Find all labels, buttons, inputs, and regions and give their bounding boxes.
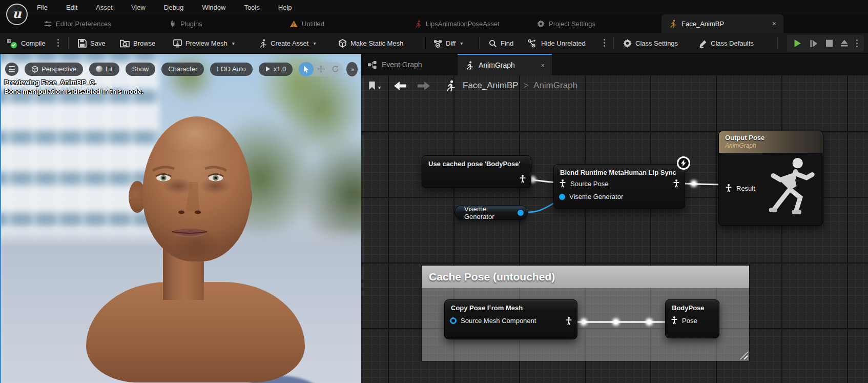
back-arrow-icon[interactable] [394, 82, 406, 90]
browse-button[interactable]: Browse [120, 33, 155, 54]
menu-help[interactable]: Help [278, 4, 292, 11]
diff-button[interactable]: Diff ▾ [433, 33, 463, 54]
menu-debug[interactable]: Debug [164, 4, 183, 11]
make-static-mesh-icon [338, 39, 347, 48]
frame-skip-button[interactable] [810, 39, 818, 48]
node-copy-pose-from-mesh[interactable]: Copy Pose From Mesh Source Mesh Componen… [444, 299, 577, 339]
play-button[interactable] [793, 38, 802, 48]
blueprint-toolbar: Compile Save Browse Preview Mesh ▾ Creat… [0, 33, 868, 54]
node-viseme-generator[interactable]: Viseme Generator [454, 205, 528, 220]
node-blend-runtime-metahuman-lip-sync[interactable]: Blend Runtime MetaHuman Lip Sync Source … [553, 164, 685, 209]
viewport-menu-button[interactable] [5, 63, 18, 76]
source-mesh-component-input-pin[interactable] [450, 317, 457, 324]
lod-button[interactable]: LOD Auto [210, 63, 252, 76]
asset-tab-strip: Editor Preferences Plugins Untitled Lips… [0, 14, 868, 33]
tab-event-graph[interactable]: Event Graph [365, 54, 425, 75]
menu-window[interactable]: Window [202, 4, 225, 11]
create-asset-button[interactable]: Create Asset ▾ [258, 33, 316, 54]
make-static-mesh-button[interactable]: Make Static Mesh [338, 33, 403, 54]
pose-input-pin[interactable] [671, 316, 678, 325]
rotate-tool-button[interactable] [328, 62, 343, 76]
tab-lips-animation-pose-asset[interactable]: LipsAnimationPoseAsset [414, 14, 500, 33]
tab-label: Editor Preferences [56, 20, 111, 28]
character-button[interactable]: Character [161, 63, 204, 76]
play-options-dots[interactable] [856, 39, 858, 47]
hide-unrelated-options-dots[interactable] [604, 39, 605, 47]
bookmark-icon[interactable] [368, 82, 376, 90]
find-button[interactable]: Find [489, 33, 513, 54]
forward-arrow-icon[interactable] [418, 82, 430, 90]
save-label: Save [90, 39, 106, 47]
menu-asset[interactable]: Asset [96, 4, 113, 11]
move-tool-button[interactable] [314, 62, 328, 76]
pose-output-pin[interactable] [673, 179, 680, 188]
node-use-cached-pose[interactable]: Use cached pose 'BodyPose' [422, 155, 531, 188]
tab-plugins[interactable]: Plugins [169, 14, 202, 33]
stop-button[interactable] [826, 39, 833, 47]
graph-navigation-bar: ▾ Face_AnimBP > AnimGraph [361, 77, 577, 94]
node-subtitle: AnimGraph [725, 142, 817, 149]
pose-input-pin[interactable] [559, 179, 566, 188]
class-settings-button[interactable]: Class Settings [623, 33, 678, 54]
runner-icon [444, 80, 456, 91]
viseme-generator-output-pin[interactable] [518, 210, 524, 216]
lit-button[interactable]: Lit [89, 63, 119, 76]
toolbar-separator [425, 37, 426, 50]
eject-button[interactable] [840, 39, 849, 47]
class-defaults-button[interactable]: Class Defaults [699, 33, 754, 54]
node-output-pose[interactable]: Output Pose AnimGraph Result [718, 131, 823, 226]
node-title: Output Pose [725, 134, 817, 142]
perspective-button[interactable]: Perspective [25, 63, 83, 76]
pin-label-pose: Pose [682, 317, 697, 325]
save-button[interactable]: Save [78, 33, 106, 54]
preview-mesh-button[interactable]: Preview Mesh ▾ [173, 33, 235, 54]
menu-file[interactable]: File [37, 4, 48, 11]
breadcrumb-current: AnimGraph [533, 80, 577, 91]
tab-animgraph[interactable]: AnimGraph × [458, 54, 552, 75]
menu-bar: File Edit Asset View Debug Window Tools … [0, 0, 868, 14]
viseme-generator-input-pin[interactable] [559, 194, 565, 200]
tab-untitled[interactable]: Untitled [290, 14, 324, 33]
menu-view[interactable]: View [131, 4, 146, 11]
chevron-down-icon[interactable]: ▾ [378, 85, 381, 90]
hide-unrelated-button[interactable]: Hide Unrelated [528, 33, 586, 54]
lit-label: Lit [106, 65, 113, 73]
toolbar-separator [613, 37, 613, 50]
breadcrumb-root[interactable]: Face_AnimBP [463, 80, 519, 91]
unreal-logo-icon[interactable]: u [6, 4, 28, 25]
pose-output-pin[interactable] [519, 175, 526, 183]
show-button[interactable]: Show [126, 63, 156, 76]
browse-label: Browse [133, 39, 155, 47]
select-tool-button[interactable] [299, 62, 314, 76]
comment-title[interactable]: Cache Pose (untouched) [422, 266, 749, 288]
tab-project-settings[interactable]: Project Settings [537, 14, 595, 33]
compile-button[interactable]: Compile [7, 33, 46, 54]
class-settings-label: Class Settings [635, 39, 678, 47]
lit-sphere-icon [96, 66, 102, 72]
save-icon [78, 39, 87, 48]
animgraph-panel[interactable]: Cache Pose (untouched) [361, 54, 868, 383]
make-static-mesh-label: Make Static Mesh [350, 39, 403, 47]
rotate-icon [332, 65, 339, 73]
comment-resize-handle[interactable] [740, 352, 748, 359]
toolbar-separator [777, 37, 777, 50]
playback-speed-button[interactable]: x1.0 [259, 63, 293, 76]
result-input-pin[interactable] [725, 184, 732, 192]
tab-label: LipsAnimationPoseAsset [426, 20, 500, 28]
tab-label: Project Settings [549, 20, 595, 28]
main-area: Perspective Lit Show Character LOD Auto [0, 54, 868, 383]
preview-viewport[interactable]: Perspective Lit Show Character LOD Auto [0, 54, 361, 383]
menu-tools[interactable]: Tools [244, 4, 259, 11]
runner-icon [414, 20, 422, 28]
unreal-editor-window: File Edit Asset View Debug Window Tools … [0, 0, 868, 383]
compile-options-dots[interactable] [57, 39, 59, 47]
viewport-expand-button[interactable]: » [346, 62, 358, 76]
pose-output-pin[interactable] [565, 317, 572, 325]
close-tab-icon[interactable]: × [772, 19, 776, 28]
toolbar-separator [479, 37, 479, 50]
tab-face-animbp[interactable]: Face_AnimBP × [662, 14, 783, 33]
tab-editor-preferences[interactable]: Editor Preferences [44, 14, 111, 33]
close-tab-icon[interactable]: × [541, 62, 545, 69]
node-bodypose[interactable]: BodyPose Pose [665, 299, 719, 338]
menu-edit[interactable]: Edit [66, 4, 77, 11]
